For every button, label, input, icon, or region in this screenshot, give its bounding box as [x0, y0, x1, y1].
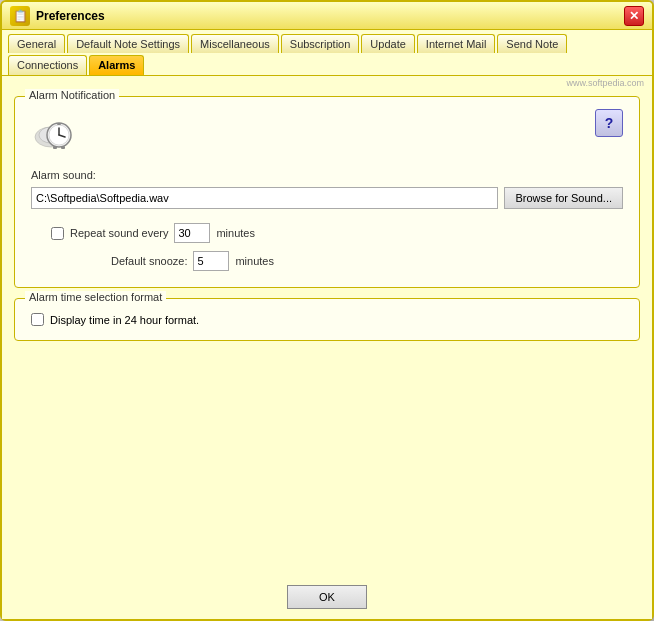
24hour-format-row: Display time in 24 hour format. — [31, 313, 623, 326]
sound-path-input[interactable] — [31, 187, 498, 209]
ok-button[interactable]: OK — [287, 585, 367, 609]
help-button[interactable]: ? — [595, 109, 623, 137]
snooze-value-input[interactable] — [193, 251, 229, 271]
tab-default-note-settings[interactable]: Default Note Settings — [67, 34, 189, 53]
alarm-notification-group: Alarm Notification — [14, 96, 640, 288]
tab-subscription[interactable]: Subscription — [281, 34, 360, 53]
tab-send-note[interactable]: Send Note — [497, 34, 567, 53]
svg-rect-8 — [57, 123, 61, 125]
sound-row: Browse for Sound... — [31, 187, 623, 209]
tab-miscellaneous[interactable]: Miscellaneous — [191, 34, 279, 53]
tab-general[interactable]: General — [8, 34, 65, 53]
watermark: www.softpedia.com — [2, 76, 652, 88]
preferences-window: 📋 Preferences ✕ General Default Note Set… — [0, 0, 654, 621]
tab-connections[interactable]: Connections — [8, 55, 87, 75]
footer: OK — [2, 575, 652, 619]
repeat-sound-row: Repeat sound every minutes — [31, 223, 623, 243]
tab-alarms[interactable]: Alarms — [89, 55, 144, 75]
browse-sound-button[interactable]: Browse for Sound... — [504, 187, 623, 209]
snooze-minutes-label: minutes — [235, 255, 274, 267]
app-icon: 📋 — [10, 6, 30, 26]
24hour-format-label: Display time in 24 hour format. — [50, 314, 199, 326]
svg-rect-6 — [53, 146, 57, 149]
alarm-time-format-group: Alarm time selection format Display time… — [14, 298, 640, 341]
svg-rect-7 — [61, 146, 65, 149]
repeat-sound-label: Repeat sound every — [70, 227, 168, 239]
alarm-notification-title: Alarm Notification — [25, 89, 119, 101]
tab-internet-mail[interactable]: Internet Mail — [417, 34, 496, 53]
close-button[interactable]: ✕ — [624, 6, 644, 26]
alarm-icon — [31, 109, 83, 161]
alarm-time-format-title: Alarm time selection format — [25, 291, 166, 303]
repeat-sound-checkbox[interactable] — [51, 227, 64, 240]
snooze-row: Default snooze: minutes — [31, 251, 623, 271]
title-bar-left: 📋 Preferences — [10, 6, 105, 26]
content-area: Alarm Notification — [2, 88, 652, 575]
window-title: Preferences — [36, 9, 105, 23]
tabs-bar: General Default Note Settings Miscellane… — [2, 30, 652, 76]
snooze-label: Default snooze: — [111, 255, 187, 267]
alarm-icon-row: ? — [31, 109, 623, 161]
tab-update[interactable]: Update — [361, 34, 414, 53]
24hour-format-checkbox[interactable] — [31, 313, 44, 326]
repeat-minutes-label: minutes — [216, 227, 255, 239]
title-bar: 📋 Preferences ✕ — [2, 2, 652, 30]
sound-label: Alarm sound: — [31, 169, 623, 181]
repeat-interval-input[interactable] — [174, 223, 210, 243]
